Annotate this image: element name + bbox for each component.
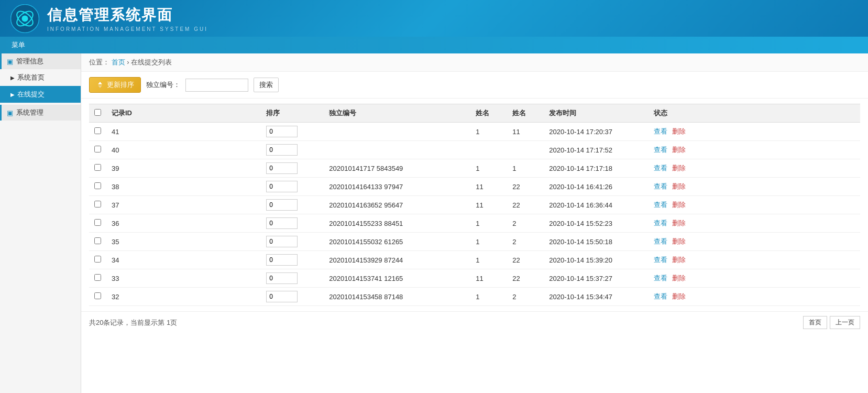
row-checkbox[interactable]: [94, 164, 101, 171]
row-checkbox[interactable]: [94, 274, 101, 281]
row-actions-cell: 查看 删除: [649, 214, 860, 233]
row-sort-cell: [261, 196, 324, 214]
app-logo: [10, 4, 39, 33]
row-name1-cell: 11: [470, 178, 507, 196]
unique-id-search-input[interactable]: [185, 79, 248, 92]
app-title: 信息管理系统界面: [47, 5, 208, 25]
system-group-icon: ▣: [7, 109, 13, 117]
delete-link[interactable]: 删除: [672, 164, 686, 172]
row-time-cell: 2020-10-14 17:20:37: [544, 123, 649, 141]
row-time-cell: 2020-10-14 17:17:18: [544, 159, 649, 178]
select-all-checkbox[interactable]: [94, 109, 101, 116]
sort-input[interactable]: [266, 291, 298, 302]
table-footer: 共20条记录，当前显示第 1页 首页 上一页: [81, 311, 868, 333]
col-time: 发布时间: [544, 104, 649, 123]
row-time-cell: 2020-10-14 16:36:44: [544, 196, 649, 214]
row-id-cell: 38: [106, 178, 261, 196]
row-checkbox[interactable]: [94, 219, 101, 226]
row-checkbox[interactable]: [94, 256, 101, 263]
update-sort-button[interactable]: 更新排序: [89, 77, 141, 93]
row-name2-cell: 22: [507, 269, 544, 288]
row-unique-id-cell: 20201014153458 87148: [324, 288, 470, 306]
row-time-cell: 2020-10-14 15:37:27: [544, 269, 649, 288]
app-header: 信息管理系统界面 INFORMATION MANAGEMENT SYSTEM G…: [0, 0, 868, 37]
sort-input[interactable]: [266, 217, 298, 229]
delete-link[interactable]: 删除: [672, 292, 686, 300]
sort-input[interactable]: [266, 144, 298, 156]
row-id-cell: 41: [106, 123, 261, 141]
delete-link[interactable]: 删除: [672, 201, 686, 209]
prev-page-button[interactable]: 上一页: [830, 316, 860, 329]
sidebar-group-system: ▣ 系统管理: [0, 105, 81, 121]
row-name1-cell: 11: [470, 196, 507, 214]
row-id-cell: 40: [106, 141, 261, 159]
row-id-cell: 36: [106, 214, 261, 233]
row-actions-cell: 查看 删除: [649, 196, 860, 214]
row-checkbox[interactable]: [94, 182, 101, 189]
row-unique-id-cell: 20201014155233 88451: [324, 214, 470, 233]
sidebar-item-online-submit[interactable]: ▶ 在线提交: [0, 86, 81, 103]
pagination: 首页 上一页: [803, 316, 860, 329]
view-link[interactable]: 查看: [654, 201, 667, 209]
row-time-cell: 2020-10-14 15:52:23: [544, 214, 649, 233]
first-page-button[interactable]: 首页: [803, 316, 827, 329]
row-id-cell: 39: [106, 159, 261, 178]
delete-link[interactable]: 删除: [672, 256, 686, 264]
col-checkbox: [89, 104, 106, 123]
col-name2: 姓名: [507, 104, 544, 123]
search-button[interactable]: 搜索: [254, 78, 279, 92]
records-table: 记录ID 排序 独立编号 姓名 姓名 发布时间 状态 41 1 11: [89, 104, 860, 306]
row-checkbox-cell: [89, 123, 106, 141]
delete-link[interactable]: 删除: [672, 146, 686, 154]
col-unique-id: 独立编号: [324, 104, 470, 123]
row-checkbox[interactable]: [94, 237, 101, 244]
row-id-cell: 33: [106, 269, 261, 288]
view-link[interactable]: 查看: [654, 237, 667, 245]
table-wrap: 记录ID 排序 独立编号 姓名 姓名 发布时间 状态 41 1 11: [81, 99, 868, 311]
view-link[interactable]: 查看: [654, 292, 667, 300]
col-status: 状态: [649, 104, 860, 123]
view-link[interactable]: 查看: [654, 146, 667, 154]
sidebar-item-system-home[interactable]: ▶ 系统首页: [0, 69, 81, 86]
row-checkbox[interactable]: [94, 127, 101, 134]
delete-link[interactable]: 删除: [672, 127, 686, 135]
view-link[interactable]: 查看: [654, 127, 667, 135]
sort-input[interactable]: [266, 236, 298, 247]
sort-input[interactable]: [266, 254, 298, 266]
row-name1-cell: 1: [470, 288, 507, 306]
sort-input[interactable]: [266, 181, 298, 192]
view-link[interactable]: 查看: [654, 164, 667, 172]
breadcrumb-home[interactable]: 首页: [112, 58, 125, 66]
sort-input[interactable]: [266, 272, 298, 284]
breadcrumb-current: 在线提交列表: [131, 58, 172, 66]
view-link[interactable]: 查看: [654, 256, 667, 264]
row-checkbox[interactable]: [94, 146, 101, 152]
svg-point-3: [22, 15, 28, 21]
row-id-cell: 37: [106, 196, 261, 214]
sort-input[interactable]: [266, 162, 298, 174]
view-link[interactable]: 查看: [654, 219, 667, 227]
row-sort-cell: [261, 123, 324, 141]
sidebar-group-manage: ▣ 管理信息: [0, 53, 81, 69]
breadcrumb: 位置： 首页 › 在线提交列表: [81, 53, 868, 72]
nav-item-menu[interactable]: 菜单: [5, 37, 31, 53]
delete-link[interactable]: 删除: [672, 182, 686, 190]
delete-link[interactable]: 删除: [672, 274, 686, 282]
view-link[interactable]: 查看: [654, 274, 667, 282]
row-actions-cell: 查看 删除: [649, 269, 860, 288]
table-row: 33 20201014153741 12165 11 22 2020-10-14…: [89, 269, 860, 288]
row-time-cell: 2020-10-14 15:39:20: [544, 251, 649, 269]
row-checkbox[interactable]: [94, 201, 101, 208]
delete-link[interactable]: 删除: [672, 237, 686, 245]
app-subtitle: INFORMATION MANAGEMENT SYSTEM GUI: [47, 26, 208, 32]
sort-input[interactable]: [266, 199, 298, 211]
row-checkbox-cell: [89, 251, 106, 269]
delete-link[interactable]: 删除: [672, 219, 686, 227]
table-row: 38 20201014164133 97947 11 22 2020-10-14…: [89, 178, 860, 196]
table-row: 41 1 11 2020-10-14 17:20:37 查看 删除: [89, 123, 860, 141]
col-sort: 排序: [261, 104, 324, 123]
table-row: 37 20201014163652 95647 11 22 2020-10-14…: [89, 196, 860, 214]
view-link[interactable]: 查看: [654, 182, 667, 190]
sort-input[interactable]: [266, 126, 298, 137]
row-checkbox[interactable]: [94, 292, 101, 299]
